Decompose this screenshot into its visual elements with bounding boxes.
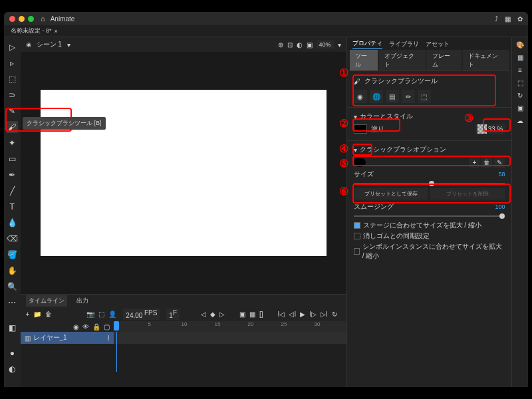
goto-last-icon[interactable]: ▷I bbox=[321, 311, 328, 318]
rail-swatches-icon[interactable]: ▦ bbox=[517, 54, 523, 61]
step-back-icon[interactable]: ◁I bbox=[289, 311, 296, 318]
stroke-fill-swatch[interactable]: ◧ bbox=[6, 322, 18, 334]
goto-first-icon[interactable]: I◁ bbox=[278, 311, 285, 318]
section-brush-header[interactable]: ▾ クラシックブラシオプション bbox=[354, 145, 505, 154]
delete-layer-icon[interactable]: 🗑 bbox=[45, 311, 52, 318]
text-tool[interactable]: T bbox=[6, 201, 18, 213]
fit-icon[interactable]: ⊡ bbox=[287, 41, 293, 49]
subtab-frame[interactable]: フレーム bbox=[427, 50, 462, 71]
classic-brush-tool[interactable]: 🖌 bbox=[6, 121, 18, 133]
pen-tool[interactable]: ✒ bbox=[6, 169, 18, 181]
checkbox-symbol-scale[interactable]: シンボルインスタンスに合わせてサイズを拡大 / 縮小 bbox=[354, 242, 505, 261]
share-icon[interactable]: ⤴ bbox=[495, 15, 498, 23]
subtab-tool[interactable]: ツール bbox=[350, 50, 378, 71]
close-window[interactable] bbox=[9, 16, 15, 22]
onion-icon[interactable]: ▣ bbox=[239, 311, 245, 318]
folder-icon[interactable]: 📁 bbox=[33, 311, 41, 318]
fps-value[interactable]: 24.00 bbox=[126, 312, 142, 319]
smoothing-slider[interactable] bbox=[354, 215, 505, 217]
sync-icon[interactable]: ✿ bbox=[517, 15, 523, 23]
zoom-level[interactable]: 40% bbox=[317, 41, 334, 49]
paint-behind-icon[interactable]: ✏ bbox=[402, 90, 415, 103]
marker-icon[interactable]: [] bbox=[259, 311, 263, 318]
brush-mode-icon[interactable]: ● bbox=[6, 347, 18, 359]
lasso-tool[interactable]: ⊃ bbox=[6, 89, 18, 101]
rail-components-icon[interactable]: ▣ bbox=[517, 104, 523, 112]
workspace-icon[interactable]: ▦ bbox=[505, 15, 511, 23]
minimize-window[interactable] bbox=[19, 16, 25, 22]
close-document[interactable]: × bbox=[55, 28, 58, 35]
play-icon[interactable]: ▶ bbox=[300, 311, 305, 318]
checkbox-eraser-sync[interactable]: 消しゴムとの同期設定 bbox=[354, 231, 505, 241]
loop-icon[interactable]: ↻ bbox=[332, 311, 337, 318]
paint-inside-icon[interactable]: ▤ bbox=[386, 90, 399, 103]
highlight-icon[interactable]: ◉ bbox=[73, 323, 79, 331]
free-transform-tool[interactable]: ⬚ bbox=[6, 73, 18, 85]
rail-align-icon[interactable]: ≡ bbox=[518, 66, 522, 74]
brush-shape-icon[interactable]: ◐ bbox=[6, 363, 18, 375]
smoothing-value[interactable]: 100 bbox=[495, 203, 505, 210]
frame-track[interactable] bbox=[114, 332, 346, 344]
stage[interactable] bbox=[41, 90, 327, 256]
zoom-tool[interactable]: 🔍 bbox=[6, 281, 18, 293]
opacity-value[interactable]: 33 % bbox=[488, 126, 503, 133]
fluid-brush-tool[interactable]: ✎ bbox=[6, 105, 18, 117]
layer-depth-icon[interactable]: ⬚ bbox=[98, 311, 104, 318]
scene-icon[interactable]: ❀ bbox=[26, 41, 31, 49]
size-slider[interactable] bbox=[354, 183, 505, 184]
section-color-header[interactable]: ▾ カラーとスタイル bbox=[354, 112, 505, 121]
tab-library[interactable]: ライブラリ bbox=[389, 40, 419, 49]
camera-icon[interactable]: 📷 bbox=[86, 311, 94, 318]
delete-brush-icon[interactable]: 🗑 bbox=[481, 157, 492, 168]
tab-output[interactable]: 出力 bbox=[74, 295, 91, 307]
clip-icon[interactable]: ⊕ bbox=[278, 41, 283, 49]
size-value[interactable]: 58 bbox=[498, 171, 505, 178]
layer-name[interactable]: レイヤー_1 bbox=[33, 333, 67, 342]
paint-selection-icon[interactable]: ⬚ bbox=[418, 90, 431, 103]
timeline-ruler[interactable]: 5 10 15 20 25 30 bbox=[114, 321, 346, 332]
maximize-window[interactable] bbox=[28, 16, 34, 22]
rectangle-tool[interactable]: ▭ bbox=[6, 153, 18, 165]
save-preset-button[interactable]: プリセットとして保存 bbox=[354, 188, 428, 200]
edit-multi-icon[interactable]: ▦ bbox=[249, 311, 255, 318]
eyedropper-tool[interactable]: 💧 bbox=[6, 217, 18, 229]
onion-skin-icon[interactable]: 👤 bbox=[108, 311, 116, 318]
edit-brush-icon[interactable]: ✎ bbox=[494, 157, 505, 168]
brush-mode-icon[interactable]: 🌐 bbox=[370, 90, 383, 103]
zoom-dropdown-icon[interactable]: ▾ bbox=[338, 41, 341, 49]
rail-transform-icon[interactable]: ⬚ bbox=[517, 79, 523, 86]
rotate-icon[interactable]: ◐ bbox=[297, 41, 303, 49]
playhead[interactable] bbox=[114, 321, 119, 331]
visibility-icon[interactable]: 👁 bbox=[82, 323, 89, 331]
export-icon[interactable]: ▣ bbox=[307, 41, 313, 49]
asset-warp-tool[interactable]: ✦ bbox=[6, 137, 18, 149]
keyframe-next-icon[interactable]: ▷ bbox=[219, 311, 225, 318]
rail-color-icon[interactable]: 🎨 bbox=[516, 41, 524, 49]
layer-row[interactable]: ▥ レイヤー_1 I bbox=[21, 332, 114, 344]
line-tool[interactable]: ╱ bbox=[6, 185, 18, 197]
selection-tool[interactable]: ▷ bbox=[6, 41, 18, 53]
rail-cc-icon[interactable]: ☁ bbox=[517, 117, 523, 124]
object-drawing-icon[interactable]: ◉ bbox=[354, 90, 367, 103]
rail-history-icon[interactable]: ↻ bbox=[517, 92, 523, 99]
subselection-tool[interactable]: ▹ bbox=[6, 57, 18, 69]
keyframe-prev-icon[interactable]: ◁ bbox=[201, 311, 206, 318]
frame-number[interactable]: 1F bbox=[166, 309, 180, 320]
home-icon[interactable]: ⌂ bbox=[41, 15, 45, 23]
lock-icon[interactable]: 🔒 bbox=[92, 323, 100, 331]
add-brush-icon[interactable]: + bbox=[469, 157, 479, 168]
tab-properties[interactable]: プロパティ bbox=[352, 39, 382, 49]
subtab-object[interactable]: オブジェクト bbox=[379, 50, 426, 71]
tab-timeline[interactable]: タイムライン bbox=[26, 295, 67, 307]
step-forward-icon[interactable]: I▷ bbox=[309, 311, 317, 318]
outline-icon[interactable]: ▢ bbox=[104, 323, 110, 331]
checkbox-stage-scale[interactable]: ステージに合わせてサイズを拡大 / 縮小 bbox=[354, 221, 505, 230]
tab-assets[interactable]: アセット bbox=[426, 40, 450, 49]
scene-dropdown-icon[interactable]: ▾ bbox=[67, 41, 70, 49]
fill-swatch[interactable] bbox=[354, 124, 367, 134]
hand-tool[interactable]: ✋ bbox=[6, 265, 18, 277]
scene-name[interactable]: シーン 1 bbox=[37, 40, 62, 49]
subtab-document[interactable]: ドキュメント bbox=[463, 50, 509, 71]
brush-shape-preview[interactable] bbox=[354, 158, 366, 167]
add-layer-icon[interactable]: + bbox=[26, 311, 30, 318]
